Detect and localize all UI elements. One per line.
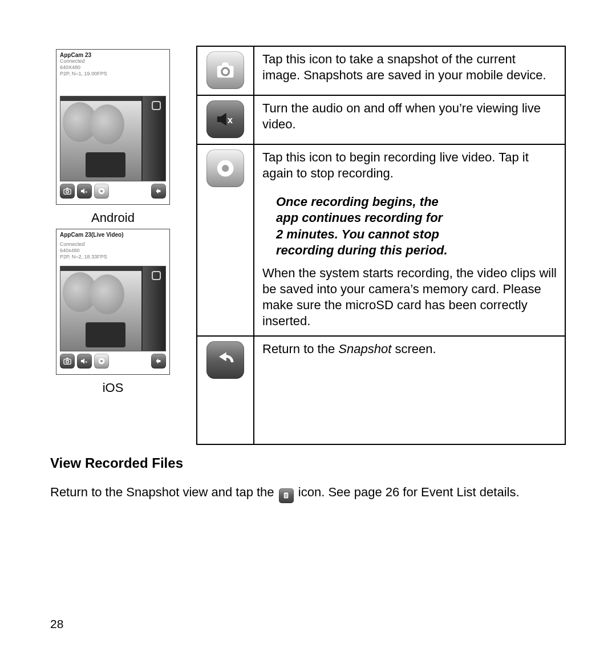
android-screenshot: AppCam 23 Connected 640X480 P2P, N=1, 19…	[56, 49, 170, 205]
ios-toolbar: x	[60, 354, 166, 369]
android-toolbar: x	[60, 184, 166, 199]
mute-icon[interactable]: x	[77, 354, 92, 369]
svg-rect-17	[285, 496, 287, 496]
svg-text:x: x	[85, 359, 87, 363]
mute-description: Turn the audio on and off when you’re vi…	[254, 95, 565, 144]
svg-point-9	[100, 359, 103, 362]
record-text-b: When the system starts recording, the vi…	[262, 266, 557, 328]
back-icon[interactable]	[151, 354, 166, 369]
ios-title: AppCam 23(Live Video)	[60, 232, 166, 238]
record-text-a: Tap this icon to begin recording live vi…	[262, 150, 529, 180]
icon-table-column: Tap this icon to take a snapshot of the …	[196, 46, 566, 445]
mute-icon[interactable]: x	[77, 184, 92, 199]
event-list-icon	[279, 488, 294, 503]
svg-rect-18	[285, 497, 287, 497]
android-resolution: 640X480	[60, 64, 166, 71]
svg-text:x: x	[228, 115, 233, 124]
svg-rect-0	[64, 189, 71, 195]
camera-description: Tap this icon to take a snapshot of the …	[254, 46, 565, 95]
mute-icon: x	[206, 100, 244, 138]
ios-stats: P2P, N=2, 18.33FPS	[60, 254, 166, 260]
back-icon	[206, 341, 244, 379]
svg-point-1	[66, 191, 69, 193]
ios-screenshot: AppCam 23(Live Video) Connected 640x480 …	[56, 229, 170, 374]
svg-rect-5	[64, 359, 71, 364]
svg-point-14	[222, 165, 229, 172]
camera-icon[interactable]	[60, 184, 75, 199]
section-heading: View Recorded Files	[50, 455, 566, 471]
record-description: Tap this icon to begin recording live vi…	[254, 144, 565, 336]
ios-connected: Connected	[60, 241, 166, 248]
android-stats: P2P, N=1, 19.00FPS	[60, 71, 166, 77]
video-indicator-icon	[152, 271, 161, 280]
record-icon[interactable]	[94, 184, 109, 199]
record-icon[interactable]	[94, 354, 109, 369]
svg-point-6	[66, 360, 69, 363]
ios-resolution: 640x480	[60, 248, 166, 254]
record-icon	[206, 149, 244, 187]
camera-icon	[206, 51, 244, 89]
android-title: AppCam 23	[60, 52, 166, 58]
svg-point-4	[100, 190, 103, 193]
table-row: x Turn the audio on and off when you’re …	[197, 95, 565, 144]
page-number: 28	[50, 617, 63, 631]
table-row: Tap this icon to begin recording live vi…	[197, 144, 565, 336]
android-caption: Android	[50, 210, 176, 225]
table-row: Return to the Snapshot screen.	[197, 336, 565, 444]
camera-icon[interactable]	[60, 354, 75, 369]
ios-video-frame	[60, 266, 166, 351]
two-column-layout: AppCam 23 Connected 640X480 P2P, N=1, 19…	[50, 46, 566, 445]
android-video-frame	[60, 96, 166, 181]
ios-caption: iOS	[50, 380, 176, 395]
svg-rect-16	[285, 495, 287, 495]
manual-page: AppCam 23 Connected 640X480 P2P, N=1, 19…	[0, 0, 616, 503]
record-note: Once recording begins, the app continues…	[276, 194, 545, 258]
video-indicator-icon	[152, 101, 161, 110]
section-body: Return to the Snapshot view and tap the …	[50, 484, 566, 503]
android-connected: Connected	[60, 58, 166, 64]
icon-description-table: Tap this icon to take a snapshot of the …	[196, 46, 566, 445]
back-icon[interactable]	[151, 184, 166, 199]
back-description: Return to the Snapshot screen.	[254, 336, 565, 444]
svg-text:x: x	[85, 190, 87, 193]
table-row: Tap this icon to take a snapshot of the …	[197, 46, 565, 95]
screenshots-column: AppCam 23 Connected 640X480 P2P, N=1, 19…	[50, 46, 176, 445]
